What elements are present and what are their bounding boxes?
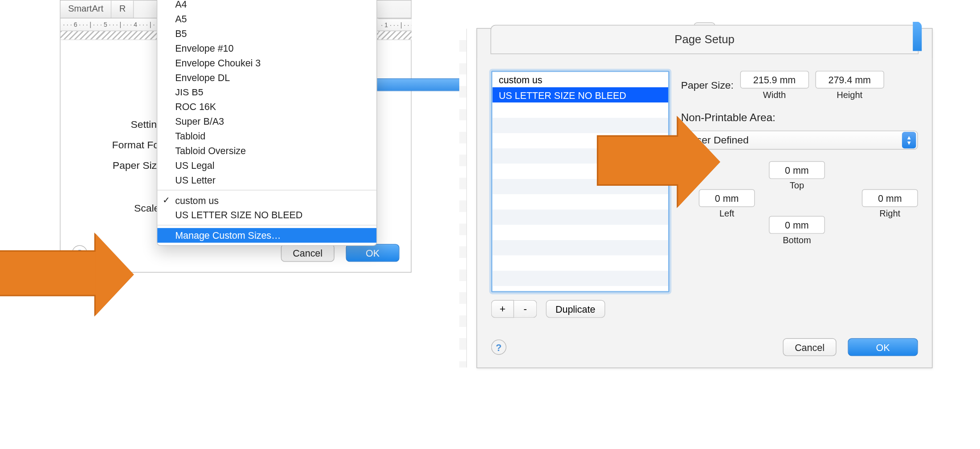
add-size-button[interactable]: + — [491, 300, 514, 318]
menu-item-paper-size[interactable]: Super B/A3 — [157, 114, 376, 129]
label-paper-size: Paper Size: — [681, 80, 734, 91]
label-height: Height — [815, 90, 884, 100]
paper-size-dropdown: A4A5B5Envelope #10Envelope Choukei 3Enve… — [157, 0, 377, 246]
remove-size-button[interactable]: - — [514, 300, 537, 318]
menu-item-custom-paper-size[interactable]: custom us — [157, 193, 376, 208]
paper-height-field[interactable]: 279.4 mm — [815, 71, 884, 89]
custom-size-list-item[interactable] — [492, 225, 668, 240]
custom-size-list-item[interactable] — [492, 209, 668, 224]
menu-item-paper-size[interactable]: US Letter — [157, 173, 376, 188]
tab-r[interactable]: R — [112, 0, 134, 18]
custom-size-list-item[interactable]: custom us — [492, 72, 668, 87]
annotation-arrow-right — [597, 135, 681, 186]
cancel-button[interactable]: Cancel — [281, 244, 335, 262]
margin-bottom-field[interactable]: 0 mm — [769, 216, 825, 234]
ok-button[interactable]: OK — [848, 338, 918, 356]
menu-item-paper-size[interactable]: B5 — [157, 26, 376, 41]
margin-hatch-right — [378, 31, 411, 40]
menu-item-custom-paper-size[interactable]: US LETTER SIZE NO BLEED — [157, 208, 376, 222]
menu-item-paper-size[interactable]: ROC 16K — [157, 99, 376, 114]
custom-size-list-item[interactable] — [492, 255, 668, 270]
label-margin-top: Top — [769, 180, 825, 191]
custom-size-list-item[interactable] — [492, 240, 668, 255]
menu-item-manage-custom-sizes[interactable]: Manage Custom Sizes… — [157, 228, 376, 243]
duplicate-size-button[interactable]: Duplicate — [546, 300, 605, 318]
custom-size-list-item[interactable] — [492, 118, 668, 133]
help-button[interactable]: ? — [491, 339, 506, 355]
menu-item-paper-size[interactable]: Envelope #10 — [157, 41, 376, 56]
menu-item-paper-size[interactable]: A5 — [157, 12, 376, 26]
label-paper-size: Paper Size — [80, 160, 163, 171]
custom-size-list-item[interactable] — [492, 102, 668, 118]
menu-item-paper-size[interactable]: US Legal — [157, 158, 376, 173]
menu-item-paper-size[interactable]: A4 — [157, 0, 376, 12]
label-settings: Setting — [80, 119, 163, 131]
menu-item-paper-size[interactable]: Envelope DL — [157, 70, 376, 85]
margin-right-field[interactable]: 0 mm — [862, 189, 918, 207]
custom-size-list-item[interactable] — [492, 194, 668, 209]
dropdown-separator — [157, 225, 376, 225]
title-accent — [913, 22, 922, 51]
label-width: Width — [740, 90, 808, 100]
label-margin-left: Left — [699, 208, 755, 219]
dialog-title: Page Setup — [490, 25, 919, 54]
label-margin-bottom: Bottom — [769, 235, 825, 245]
tab-smartart[interactable]: SmartArt — [61, 0, 112, 18]
menu-item-paper-size[interactable]: Tabloid Oversize — [157, 143, 376, 158]
menu-item-paper-size[interactable]: Tabloid — [157, 129, 376, 143]
custom-size-list-item[interactable]: US LETTER SIZE NO BLEED — [492, 87, 668, 102]
menu-item-paper-size[interactable]: Envelope Choukei 3 — [157, 55, 376, 70]
custom-size-list-item[interactable] — [492, 271, 668, 286]
label-margin-right: Right — [862, 208, 918, 219]
document-edge — [459, 29, 467, 367]
select-stepper-icon: ▲▼ — [902, 132, 916, 148]
annotation-arrow-left — [0, 250, 98, 296]
label-format-for: Format For — [80, 139, 163, 151]
ok-button[interactable]: OK — [346, 244, 399, 262]
cancel-button[interactable]: Cancel — [783, 338, 836, 356]
paper-width-field[interactable]: 215.9 mm — [740, 71, 808, 89]
ruler-right: · 1 · · · | · · · 1 · · · — [378, 18, 411, 31]
margin-top-field[interactable]: 0 mm — [769, 161, 825, 179]
dropdown-separator — [157, 190, 376, 190]
menu-item-paper-size[interactable]: JIS B5 — [157, 85, 376, 99]
label-scale: Scale: — [80, 203, 163, 214]
